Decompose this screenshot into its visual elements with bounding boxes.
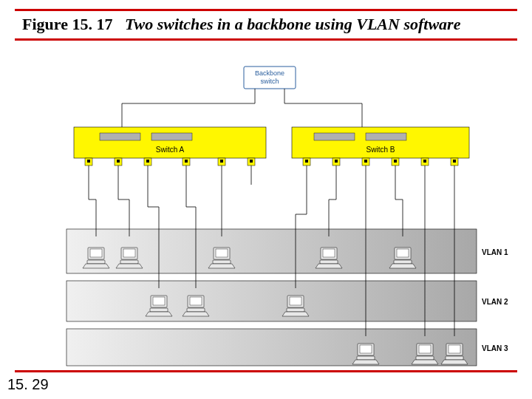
switch-a: Switch A xyxy=(74,127,266,166)
backbone-label1: Backbone xyxy=(255,69,284,77)
switch-b-label: Switch B xyxy=(366,146,395,154)
switch-b: Switch B xyxy=(292,127,469,166)
diagram: VLAN 1 VLAN 2 VLAN 3 Backbone switch Swi… xyxy=(0,0,532,399)
vlan2-label: VLAN 2 xyxy=(482,298,508,306)
vlan3-label: VLAN 3 xyxy=(482,344,508,352)
svg-rect-14 xyxy=(366,133,406,140)
switch-a-label: Switch A xyxy=(156,146,185,154)
backbone-label2: switch xyxy=(260,78,279,85)
backbone-switch: Backbone switch xyxy=(244,66,296,89)
svg-rect-11 xyxy=(151,133,192,140)
svg-rect-10 xyxy=(100,133,140,140)
vlan1-label: VLAN 1 xyxy=(482,248,508,256)
svg-rect-13 xyxy=(314,133,355,140)
svg-rect-6 xyxy=(66,281,477,321)
